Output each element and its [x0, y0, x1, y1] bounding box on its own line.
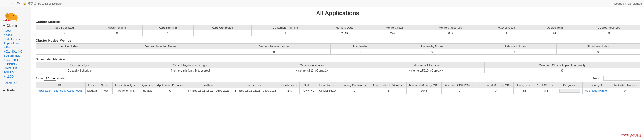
- cluster-arrow-icon: ▼: [3, 24, 6, 28]
- cm-val-8: 1: [482, 30, 531, 36]
- cluster-nodes-table: Active Nodes Decommissioning Nodes Decom…: [36, 43, 640, 55]
- sidebar: hadoop ▼ Cluster About Nodes Node Labels…: [0, 7, 31, 140]
- table-cell: bigdata: [85, 88, 99, 94]
- forward-button[interactable]: →: [9, 1, 15, 6]
- sidebar-item-failed[interactable]: FAILED: [0, 70, 31, 74]
- table-cell: RUNNING: [299, 88, 317, 94]
- app-col-priority: Application Priority ↕: [155, 82, 185, 88]
- cm-header-5: Memory Used: [319, 25, 370, 30]
- sidebar-item-applications[interactable]: Applications: [0, 41, 31, 45]
- tools-section[interactable]: ► Tools: [0, 87, 31, 93]
- search-input[interactable]: [603, 76, 640, 81]
- sidebar-item-running[interactable]: RUNNING: [0, 62, 31, 66]
- progress-bar: [559, 89, 580, 93]
- cm-header-8: VCores Used: [482, 25, 531, 30]
- sidebar-item-accepted[interactable]: ACCEPTED: [0, 58, 31, 62]
- tools-label: Tools: [7, 88, 15, 92]
- cm-val-10: 0: [578, 30, 640, 36]
- app-col-finish: FinishTime ↕: [279, 82, 299, 88]
- table-cell: 0: [441, 88, 478, 94]
- entries-select[interactable]: 20 25 50 100: [44, 76, 56, 81]
- sort-icon-blacklisted: ↕: [636, 84, 637, 87]
- table-cell: 0: [478, 88, 513, 94]
- tools-arrow-icon: ►: [3, 88, 6, 92]
- sidebar-item-new-saving[interactable]: NEW_SAVING: [0, 49, 31, 54]
- app-col-type: Application Type ↕: [113, 82, 140, 88]
- table-cell: ApplicationMaster: [583, 88, 610, 94]
- show-label: Show: [36, 77, 43, 80]
- sidebar-item-finished[interactable]: FINISHED: [0, 66, 31, 70]
- cn-val-0: 3: [36, 49, 103, 55]
- app-col-res-mem: Reserved Memory MB ↕: [478, 82, 513, 88]
- sort-icon-alloc-mem: ↕: [438, 84, 439, 87]
- search-label: Search:: [592, 77, 602, 80]
- cn-header-2: Decommissioned Nodes: [218, 44, 330, 49]
- sm-header-4: Maximum Cluster Application Priority: [484, 62, 640, 68]
- sidebar-item-about[interactable]: About: [0, 29, 31, 33]
- app-col-alloc-cpu: Allocated CPU VCores ↕: [370, 82, 406, 88]
- sidebar-item-submitted[interactable]: SUBMITTED: [0, 54, 31, 58]
- browser-nav: ← → ↻ 🔒 不安全 bd173:8088/cluster: [2, 1, 63, 6]
- cn-header-0: Active Nodes: [36, 44, 103, 49]
- applications-table: ID ↕ User ↕ Name ↕ Application Type ↕ Qu…: [36, 82, 640, 94]
- table-row: application_1694504371392_0006bigdatawwA…: [36, 88, 640, 94]
- refresh-button[interactable]: ↻: [16, 1, 21, 6]
- url-bar[interactable]: bd173:8088/cluster: [38, 2, 63, 5]
- logo-area: hadoop: [0, 9, 31, 23]
- page-title: All Applications: [36, 10, 640, 17]
- tracking-ui-link[interactable]: ApplicationMaster: [585, 89, 608, 92]
- sort-icon-name: ↕: [109, 84, 111, 87]
- app-col-tracking: Tracking UI ↕: [583, 82, 610, 88]
- cluster-metrics-table: Apps Submitted Apps Pending Apps Running…: [36, 25, 640, 36]
- cm-val-3: 5: [193, 30, 251, 36]
- sidebar-item-nodes[interactable]: Nodes: [0, 33, 31, 37]
- cm-val-2: 1: [142, 30, 193, 36]
- sort-icon-pct-cluster: ↕: [554, 84, 555, 87]
- sidebar-item-scheduler[interactable]: Scheduler: [0, 81, 31, 85]
- sort-icon-user: ↕: [95, 84, 96, 87]
- logged-in-label: Logged in as: bigdata: [614, 2, 642, 5]
- table-cell: 8.3: [535, 88, 557, 94]
- sm-val-4: 0: [484, 68, 640, 73]
- cluster-label: Cluster: [7, 24, 17, 28]
- scheduler-metrics-header: Scheduler Metrics: [36, 57, 640, 61]
- app-col-launch: LaunchTime ↕: [232, 82, 279, 88]
- back-button[interactable]: ←: [2, 1, 8, 6]
- sort-icon-containers: ↕: [367, 84, 368, 87]
- cn-val-6: 0: [557, 49, 640, 55]
- cn-val-3: 0: [330, 49, 390, 55]
- svg-point-2: [14, 15, 18, 20]
- sort-icon-queue: ↕: [152, 84, 153, 87]
- table-cell: [557, 88, 582, 94]
- app-col-user: User ↕: [85, 82, 99, 88]
- cn-header-1: Decommissioning Nodes: [103, 44, 218, 49]
- cm-header-9: VCores Total: [531, 25, 578, 30]
- cluster-nodes-header: Cluster Nodes Metrics: [36, 39, 640, 42]
- sort-icon-start: ↕: [215, 84, 216, 87]
- sort-icon-launch: ↕: [263, 84, 265, 87]
- cn-val-4: 0: [390, 49, 474, 55]
- table-cell: 2048: [406, 88, 441, 94]
- app-col-alloc-mem: Allocated Memory MB ↕: [406, 82, 441, 88]
- sm-val-0: Capacity Scheduler: [36, 68, 125, 73]
- sm-val-1: [memory-mb (unit=Mi), vcores]: [125, 68, 256, 73]
- sidebar-item-new[interactable]: NEW: [0, 45, 31, 49]
- browser-bar: ← → ↻ 🔒 不安全 bd173:8088/cluster Logged in…: [0, 0, 644, 7]
- app-col-containers: Running Containers ↕: [338, 82, 370, 88]
- app-id-link[interactable]: application_1694504371392_0006: [38, 89, 83, 92]
- cm-header-6: Memory Total: [370, 25, 419, 30]
- app-col-final: FinalStatus ↕: [317, 82, 338, 88]
- cm-val-9: 24: [531, 30, 578, 36]
- main-content: All Applications Cluster Metrics Apps Su…: [31, 7, 644, 140]
- table-cell: 0: [155, 88, 185, 94]
- sidebar-item-node-labels[interactable]: Node Labels: [0, 37, 31, 41]
- cn-header-3: Lost Nodes: [330, 44, 390, 49]
- search-box: Search:: [592, 76, 640, 81]
- app-col-blacklisted: Blacklisted Nodes ↕: [610, 82, 640, 88]
- sidebar-item-killed[interactable]: KILLED: [0, 74, 31, 79]
- sm-val-3: <memory:5210, vCores:4>: [368, 68, 484, 73]
- cn-val-2: 0: [218, 49, 330, 55]
- cluster-section[interactable]: ▼ Cluster: [0, 23, 31, 29]
- cm-header-3: Apps Completed: [193, 25, 251, 30]
- svg-text:hadoop: hadoop: [3, 19, 11, 21]
